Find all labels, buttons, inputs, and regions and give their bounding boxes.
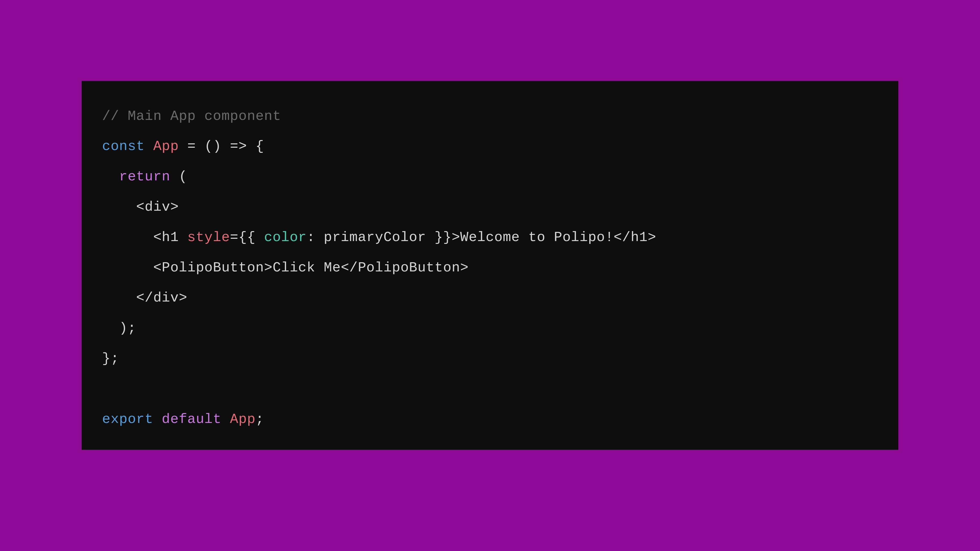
code-line-10 bbox=[102, 374, 878, 404]
export-keyword: export bbox=[102, 411, 153, 427]
div-open-tag: <div> bbox=[102, 199, 179, 215]
const-keyword: const bbox=[102, 138, 145, 154]
primary-color-var: primaryColor bbox=[324, 230, 426, 245]
click-me-text: Click Me bbox=[272, 260, 341, 275]
code-line-7: </div> bbox=[102, 283, 878, 313]
app-export: App bbox=[230, 411, 256, 427]
h1-tag: h1 bbox=[162, 230, 179, 245]
code-line-9: }; bbox=[102, 344, 878, 374]
welcome-text: Welcome to Polipo! bbox=[460, 230, 614, 245]
app-identifier: App bbox=[153, 138, 179, 154]
color-prop: color bbox=[264, 230, 307, 245]
code-line-11: export default App; bbox=[102, 404, 878, 435]
return-keyword: return bbox=[119, 169, 170, 184]
style-attr: style bbox=[187, 230, 230, 245]
default-keyword: default bbox=[162, 411, 221, 427]
code-line-1: // Main App component bbox=[102, 101, 878, 132]
code-line-6: <PolipoButton>Click Me</PolipoButton> bbox=[102, 253, 878, 283]
code-line-5: <h1 style={{ color: primaryColor }}>Welc… bbox=[102, 222, 878, 253]
div-close-tag: </div> bbox=[102, 290, 187, 306]
comment-text: // Main App component bbox=[102, 108, 281, 124]
code-line-4: <div> bbox=[102, 192, 878, 222]
code-line-2: const App = () => { bbox=[102, 131, 878, 162]
code-line-8: ); bbox=[102, 313, 878, 344]
polipo-button-tag: PolipoButton bbox=[162, 260, 264, 275]
code-line-3: return ( bbox=[102, 162, 878, 192]
code-snippet: // Main App component const App = () => … bbox=[82, 81, 898, 450]
